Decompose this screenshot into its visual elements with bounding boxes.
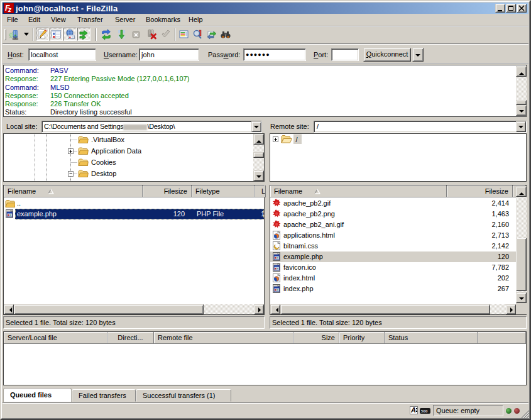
svg-text:z: z <box>8 6 11 13</box>
svg-text:Application Data: Application Data <box>91 147 142 155</box>
svg-text:.VirtualBox: .VirtualBox <box>91 136 124 143</box>
svg-text:Cookies: Cookies <box>91 158 116 166</box>
svg-text:Desktop: Desktop <box>91 170 116 177</box>
